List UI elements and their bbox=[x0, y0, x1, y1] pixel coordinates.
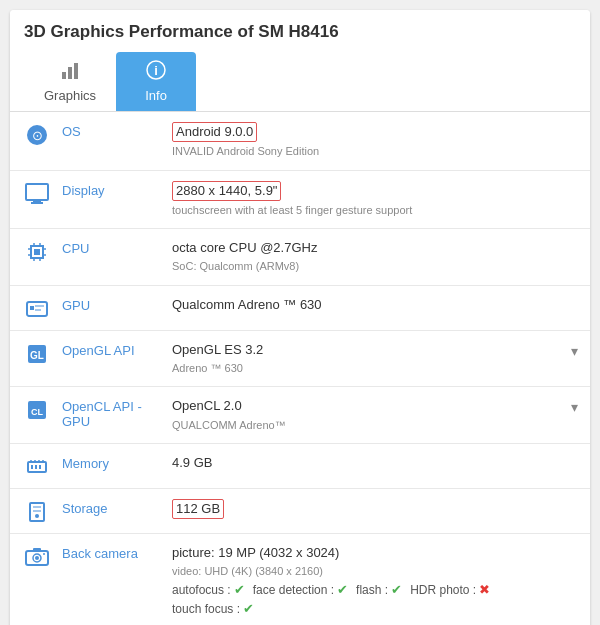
svg-text:CL: CL bbox=[31, 407, 43, 417]
cpu-sub-value: SoC: Qualcomm (ARMv8) bbox=[172, 259, 578, 274]
cpu-content: octa core CPU @2.7GHz SoC: Qualcomm (ARM… bbox=[172, 239, 578, 275]
svg-rect-11 bbox=[34, 249, 40, 255]
tab-info[interactable]: i Info bbox=[116, 52, 196, 111]
gpu-icon bbox=[22, 298, 52, 320]
main-container: 3D Graphics Performance of SM H8416 Grap… bbox=[10, 10, 590, 625]
feature-facedetection: face detection : ✔ bbox=[253, 582, 348, 597]
display-main-value: 2880 x 1440, 5.9" bbox=[172, 181, 281, 201]
opencl-dropdown-arrow[interactable]: ▾ bbox=[563, 397, 578, 415]
tabs-bar: Graphics i Info bbox=[10, 52, 590, 112]
memory-icon bbox=[22, 456, 52, 478]
svg-point-44 bbox=[43, 553, 45, 555]
memory-main-value: 4.9 GB bbox=[172, 454, 578, 472]
svg-rect-31 bbox=[39, 465, 41, 469]
storage-label: Storage bbox=[62, 499, 172, 516]
backcamera-features2: touch focus : ✔ bbox=[172, 601, 578, 616]
autofocus-label: autofocus : bbox=[172, 583, 231, 597]
gpu-label: GPU bbox=[62, 296, 172, 313]
hdr-label: HDR photo : bbox=[410, 583, 476, 597]
svg-text:i: i bbox=[154, 63, 158, 78]
backcamera-label: Back camera bbox=[62, 544, 172, 561]
backcamera-sub-value: video: UHD (4K) (3840 x 2160) bbox=[172, 564, 578, 579]
gpu-content: Qualcomm Adreno ™ 630 bbox=[172, 296, 578, 314]
os-content: Android 9.0.0 INVALID Android Sony Editi… bbox=[172, 122, 578, 160]
row-gpu: GPU Qualcomm Adreno ™ 630 bbox=[10, 286, 590, 331]
svg-point-42 bbox=[35, 556, 39, 560]
display-sub-value: touchscreen with at least 5 finger gestu… bbox=[172, 203, 578, 218]
row-display: Display 2880 x 1440, 5.9" touchscreen wi… bbox=[10, 171, 590, 230]
row-os: ⊙ OS Android 9.0.0 INVALID Android Sony … bbox=[10, 112, 590, 171]
svg-rect-8 bbox=[33, 200, 41, 202]
svg-rect-1 bbox=[68, 67, 72, 79]
backcamera-content: picture: 19 MP (4032 x 3024) video: UHD … bbox=[172, 544, 578, 617]
svg-text:GL: GL bbox=[30, 350, 44, 361]
opengl-sub-value: Adreno ™ 630 bbox=[172, 361, 563, 376]
feature-hdr: HDR photo : ✖ bbox=[410, 582, 490, 597]
row-memory: Memory 4.9 GB bbox=[10, 444, 590, 489]
row-cpu: CPU octa core CPU @2.7GHz SoC: Qualcomm … bbox=[10, 229, 590, 286]
page-title: 3D Graphics Performance of SM H8416 bbox=[10, 10, 590, 52]
graphics-tab-icon bbox=[60, 60, 80, 85]
svg-rect-22 bbox=[35, 305, 44, 307]
memory-label: Memory bbox=[62, 454, 172, 471]
info-tab-icon: i bbox=[146, 60, 166, 85]
autofocus-check: ✔ bbox=[234, 582, 245, 597]
opencl-sub-value: QUALCOMM Adreno™ bbox=[172, 418, 563, 433]
svg-rect-37 bbox=[33, 506, 41, 508]
feature-touchfocus: touch focus : ✔ bbox=[172, 601, 254, 616]
svg-rect-9 bbox=[31, 202, 43, 204]
svg-rect-43 bbox=[33, 548, 41, 551]
opengl-main-value: OpenGL ES 3.2 bbox=[172, 341, 563, 359]
svg-rect-30 bbox=[35, 465, 37, 469]
cpu-main-value: octa core CPU @2.7GHz bbox=[172, 239, 578, 257]
backcamera-icon bbox=[22, 546, 52, 568]
opencl-content: OpenCL 2.0 QUALCOMM Adreno™ ▾ bbox=[172, 397, 578, 433]
opencl-main-value: OpenCL 2.0 bbox=[172, 397, 563, 415]
svg-rect-0 bbox=[62, 72, 66, 79]
backcamera-main-value: picture: 19 MP (4032 x 3024) bbox=[172, 544, 578, 562]
memory-content: 4.9 GB bbox=[172, 454, 578, 472]
opengl-dropdown-arrow[interactable]: ▾ bbox=[563, 341, 578, 359]
tab-graphics-label: Graphics bbox=[44, 88, 96, 103]
opencl-icon: CL bbox=[22, 399, 52, 421]
svg-rect-2 bbox=[74, 63, 78, 79]
svg-rect-38 bbox=[33, 510, 41, 512]
tab-info-label: Info bbox=[145, 88, 167, 103]
touchfocus-label: touch focus : bbox=[172, 602, 240, 616]
svg-point-39 bbox=[35, 514, 39, 518]
flash-label: flash : bbox=[356, 583, 388, 597]
row-opencl: CL OpenCL API - GPU OpenCL 2.0 QUALCOMM … bbox=[10, 387, 590, 444]
display-content: 2880 x 1440, 5.9" touchscreen with at le… bbox=[172, 181, 578, 219]
row-backcamera: Back camera picture: 19 MP (4032 x 3024)… bbox=[10, 534, 590, 625]
storage-icon bbox=[22, 501, 52, 523]
row-opengl: GL OpenGL API OpenGL ES 3.2 Adreno ™ 630… bbox=[10, 331, 590, 388]
cpu-icon bbox=[22, 241, 52, 263]
svg-rect-7 bbox=[26, 184, 48, 200]
display-label: Display bbox=[62, 181, 172, 198]
svg-rect-29 bbox=[31, 465, 33, 469]
svg-text:⊙: ⊙ bbox=[32, 128, 43, 143]
opengl-label: OpenGL API bbox=[62, 341, 172, 358]
facedetection-check: ✔ bbox=[337, 582, 348, 597]
touchfocus-check: ✔ bbox=[243, 601, 254, 616]
os-sub-value: INVALID Android Sony Edition bbox=[172, 144, 578, 159]
backcamera-features: autofocus : ✔ face detection : ✔ flash :… bbox=[172, 582, 578, 597]
row-storage: Storage 112 GB bbox=[10, 489, 590, 534]
flash-check: ✔ bbox=[391, 582, 402, 597]
os-icon: ⊙ bbox=[22, 124, 52, 146]
opencl-label: OpenCL API - GPU bbox=[62, 397, 172, 429]
cpu-label: CPU bbox=[62, 239, 172, 256]
feature-autofocus: autofocus : ✔ bbox=[172, 582, 245, 597]
display-icon bbox=[22, 183, 52, 205]
storage-content: 112 GB bbox=[172, 499, 578, 519]
svg-rect-21 bbox=[30, 306, 34, 310]
facedetection-label: face detection : bbox=[253, 583, 334, 597]
hdr-cross: ✖ bbox=[479, 582, 490, 597]
opengl-content: OpenGL ES 3.2 Adreno ™ 630 ▾ bbox=[172, 341, 578, 377]
os-main-value: Android 9.0.0 bbox=[172, 122, 257, 142]
storage-main-value: 112 GB bbox=[172, 499, 224, 519]
svg-rect-23 bbox=[35, 309, 41, 311]
gpu-main-value: Qualcomm Adreno ™ 630 bbox=[172, 296, 578, 314]
tab-graphics[interactable]: Graphics bbox=[24, 52, 116, 111]
os-label: OS bbox=[62, 122, 172, 139]
